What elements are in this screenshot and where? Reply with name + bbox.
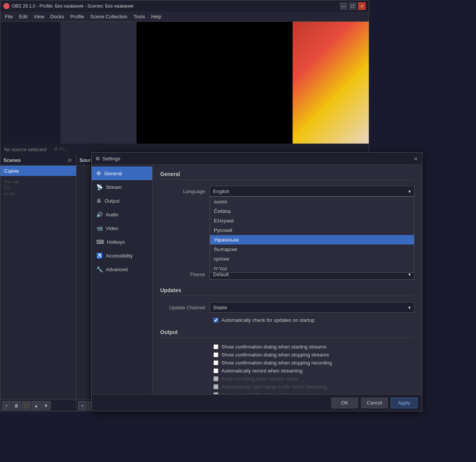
confirm-stop-stream-label: Show confirmation dialog when stopping s… <box>221 352 329 358</box>
apply-button[interactable]: Apply <box>391 398 417 408</box>
lang-option-serbian[interactable]: српски <box>210 254 414 264</box>
settings-content: General Language English ▾ suomi Čeština… <box>153 165 422 394</box>
language-label: Language <box>160 189 210 194</box>
minimize-button[interactable]: — <box>340 2 347 10</box>
auto-check-row: Automatically check for updates on start… <box>213 317 414 323</box>
menu-profile[interactable]: Profile <box>67 13 87 20</box>
auto-record-checkbox[interactable] <box>213 368 218 373</box>
audio-icon: 🔊 <box>96 211 103 217</box>
nav-general-label: General <box>104 171 122 176</box>
auto-record-row: Automatically record when streaming <box>213 368 414 374</box>
language-row: Language English ▾ suomi Čeština Ελληνικ… <box>160 186 414 197</box>
lang-option-cestina[interactable]: Čeština <box>210 206 414 216</box>
updates-section-title: Updates <box>160 287 414 296</box>
output-section-title: Output <box>160 329 414 338</box>
nav-output[interactable]: 🖥 Output <box>92 194 152 208</box>
nav-accessibility-label: Accessibility <box>106 253 133 259</box>
keep-replay-label: Keep replay buffer active when stream st… <box>221 392 319 394</box>
nav-advanced[interactable]: 🔧 Advanced <box>92 262 152 276</box>
lang-option-hebrew[interactable]: עברית <box>210 264 414 273</box>
nav-advanced-label: Advanced <box>106 267 128 272</box>
update-channel-dropdown-wrapper: Stable ▾ <box>210 302 414 313</box>
lang-option-ukrainian[interactable]: Українська <box>210 235 414 245</box>
menu-view[interactable]: View <box>30 13 47 20</box>
window-title: OBS 29.1.0 - Profile: Без названия - Sce… <box>12 3 134 9</box>
update-channel-dropdown[interactable]: Stable ▾ <box>210 302 414 313</box>
preview-background <box>293 22 369 144</box>
scenes-panel: Scenes ⚙ Сцена You canCli...or rig... + … <box>0 155 76 411</box>
auto-record-label: Automatically record when streaming <box>221 368 302 374</box>
lang-option-bulgarian[interactable]: български <box>210 245 414 254</box>
nav-stream[interactable]: 📡 Stream <box>92 180 152 194</box>
title-bar-left: OBS 29.1.0 - Profile: Без названия - Sce… <box>3 3 134 9</box>
nav-hotkeys-label: Hotkeys <box>107 239 125 245</box>
general-section-title: General <box>160 171 414 180</box>
confirm-stop-record-label: Show confirmation dialog when stopping r… <box>221 360 332 366</box>
output-section: Output Show confirmation dialog when sta… <box>160 329 414 394</box>
nav-audio[interactable]: 🔊 Audio <box>92 208 152 221</box>
maximize-button[interactable]: ☐ <box>349 2 357 10</box>
stream-icon: 📡 <box>96 184 103 190</box>
output-icon: 🖥 <box>96 198 102 204</box>
menu-edit[interactable]: Edit <box>16 13 30 20</box>
scenes-panel-icon[interactable]: ⚙ <box>66 157 73 164</box>
scenes-panel-title: Scenes <box>3 157 21 163</box>
settings-sidebar: ⚙ General 📡 Stream 🖥 Output 🔊 Audio 📹 Vi… <box>92 165 153 394</box>
source-add-button[interactable]: + <box>78 401 87 410</box>
scene-filter-button[interactable]: ⬛ <box>22 401 31 410</box>
lang-option-suomi[interactable]: suomi <box>210 197 414 206</box>
no-source-text: No source selected <box>4 147 46 152</box>
nav-general[interactable]: ⚙ General <box>92 166 152 180</box>
nav-stream-label: Stream <box>106 184 122 190</box>
keep-replay-checkbox <box>213 392 218 394</box>
scene-remove-button[interactable]: 🗑 <box>12 401 21 410</box>
confirm-stop-record-checkbox[interactable] <box>213 360 218 365</box>
menu-scene-collection[interactable]: Scene Collection <box>87 13 131 20</box>
auto-check-checkbox[interactable] <box>213 318 218 323</box>
menu-tools[interactable]: Tools <box>131 13 148 20</box>
scene-item-main[interactable]: Сцена <box>0 166 76 176</box>
auto-replay-checkbox <box>213 384 218 389</box>
chevron-down-icon: ▾ <box>408 189 411 194</box>
dialog-title-bar: ⚙ Settings ✕ <box>92 153 422 165</box>
language-dropdown[interactable]: English ▾ <box>210 186 414 197</box>
ok-button[interactable]: OK <box>331 398 358 408</box>
menu-help[interactable]: Help <box>148 13 164 20</box>
keep-record-label: Keep recording when stream stops <box>221 376 298 382</box>
title-bar: OBS 29.1.0 - Profile: Без названия - Sce… <box>0 0 369 12</box>
confirm-stop-stream-row: Show confirmation dialog when stopping s… <box>213 352 414 358</box>
nav-hotkeys[interactable]: ⌨ Hotkeys <box>92 235 152 249</box>
confirm-stop-record-row: Show confirmation dialog when stopping r… <box>213 360 414 366</box>
language-dropdown-list[interactable]: suomi Čeština Ελληνικά Русский Українськ… <box>210 197 414 273</box>
title-controls: — ☐ ✕ <box>340 2 366 10</box>
accessibility-icon: ♿ <box>96 253 103 259</box>
menu-docks[interactable]: Docks <box>47 13 67 20</box>
keep-record-checkbox <box>213 376 218 381</box>
lang-option-russian[interactable]: Русский <box>210 225 414 235</box>
confirm-start-label: Show confirmation dialog when starting s… <box>221 344 326 350</box>
menu-file[interactable]: File <box>2 13 16 20</box>
nav-output-label: Output <box>105 198 119 204</box>
confirm-stop-stream-checkbox[interactable] <box>213 352 218 357</box>
nav-video-label: Video <box>106 225 118 231</box>
lang-option-greek[interactable]: Ελληνικά <box>210 216 414 225</box>
settings-title-text: Settings <box>102 156 120 161</box>
menu-bar: File Edit View Docks Profile Scene Colle… <box>0 12 369 22</box>
theme-label: Theme <box>160 272 210 277</box>
scene-add-button[interactable]: + <box>2 401 11 410</box>
close-button[interactable]: ✕ <box>358 2 366 10</box>
scene-up-button[interactable]: ▲ <box>32 401 41 410</box>
video-icon: 📹 <box>96 225 103 231</box>
update-channel-chevron: ▾ <box>408 305 411 310</box>
dialog-close-button[interactable]: ✕ <box>414 156 418 162</box>
cancel-button[interactable]: Cancel <box>361 398 388 408</box>
confirm-start-checkbox[interactable] <box>213 344 218 349</box>
dialog-footer: OK Cancel Apply <box>92 394 422 411</box>
nav-accessibility[interactable]: ♿ Accessibility <box>92 249 152 262</box>
obs-icon <box>3 3 10 9</box>
scene-down-button[interactable]: ▼ <box>41 401 51 410</box>
nav-video[interactable]: 📹 Video <box>92 221 152 235</box>
dialog-title: ⚙ Settings <box>96 156 120 161</box>
settings-gear-icon: ⚙ <box>96 156 100 161</box>
scenes-hint: You canCli...or rig... <box>0 176 76 200</box>
